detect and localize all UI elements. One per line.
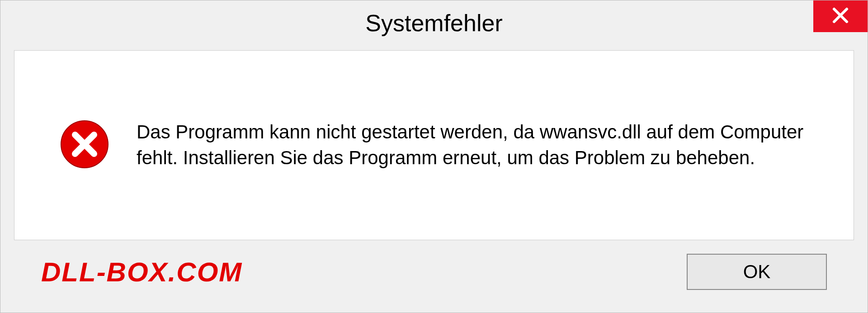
error-message: Das Programm kann nicht gestartet werden… [137,119,822,171]
ok-button[interactable]: OK [687,254,827,290]
error-icon [60,119,109,171]
close-icon [831,6,849,26]
titlebar: Systemfehler [0,0,868,46]
watermark-text: DLL-BOX.COM [41,256,242,288]
content-panel: Das Programm kann nicht gestartet werden… [14,50,854,240]
close-button[interactable] [813,0,868,32]
content-wrap: Das Programm kann nicht gestartet werden… [0,46,868,313]
error-dialog: Systemfehler Das Programm kann nicht ges… [0,0,868,313]
dialog-title: Systemfehler [365,9,502,37]
dialog-footer: DLL-BOX.COM OK [14,240,854,304]
